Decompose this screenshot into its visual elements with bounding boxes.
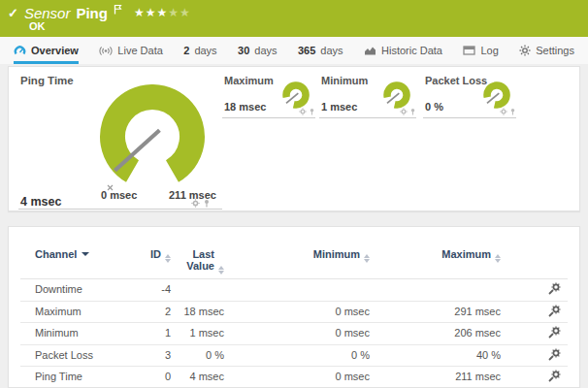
- cell-maximum: 211 msec: [370, 367, 501, 388]
- cell-last-value: 0 %: [171, 345, 224, 367]
- cell-last-value: 18 msec: [171, 302, 224, 323]
- cell-minimum: 0 msec: [224, 302, 370, 323]
- tab-log[interactable]: Log: [463, 37, 498, 64]
- gauge-gear-icon[interactable]: [299, 108, 307, 115]
- channel-table-panel: Channel ID Last Value Minimum Maximum Do…: [8, 226, 580, 388]
- column-header-last-value[interactable]: Last Value: [171, 240, 224, 278]
- mini-gauge-label: Minimum: [321, 75, 368, 86]
- tab-30-days[interactable]: 30days: [238, 37, 278, 64]
- tab-2-days[interactable]: 2days: [183, 37, 216, 64]
- cell-id: 3: [147, 345, 171, 367]
- column-header-id[interactable]: ID: [147, 240, 171, 278]
- cell-divider: [18, 209, 222, 210]
- column-header-maximum[interactable]: Maximum: [370, 240, 501, 278]
- channel-settings-icon[interactable]: [547, 370, 561, 383]
- tab-overview[interactable]: Overview: [14, 37, 79, 64]
- tab-live-data[interactable]: Live Data: [99, 37, 162, 64]
- table-row-packet-loss[interactable]: Packet Loss 3 0 % 0 % 40 %: [20, 345, 568, 368]
- cell-maximum: 40 %: [370, 345, 501, 367]
- column-header-channel[interactable]: Channel: [20, 240, 147, 278]
- channel-settings-icon[interactable]: [547, 305, 561, 318]
- cell-maximum: 206 msec: [370, 323, 501, 344]
- cell-minimum: 0 msec: [224, 367, 370, 388]
- mini-gauge-packet-loss[interactable]: Packet Loss 0 %: [423, 71, 516, 118]
- column-header-minimum[interactable]: Minimum: [224, 240, 370, 278]
- mini-gauge-value: 1 msec: [321, 101, 357, 113]
- mini-gauge-label: Packet Loss: [425, 75, 487, 86]
- cell-last-value: 1 msec: [171, 323, 224, 344]
- cell-minimum: 0 %: [224, 345, 370, 367]
- mini-gauge-minimum[interactable]: Minimum 1 msec: [319, 71, 416, 118]
- cell-channel: Maximum: [20, 302, 147, 323]
- gauges-panel: Ping Time 0 msec 211 msec 4 msec Maximum…: [8, 66, 580, 211]
- mini-gauge-dial[interactable]: [481, 81, 512, 111]
- log-icon: [463, 46, 475, 55]
- sort-desc-caret-icon: [82, 252, 89, 256]
- cell-channel: Minimum: [20, 323, 147, 344]
- mini-gauge-value: 0 %: [425, 101, 443, 113]
- priority-flag-icon[interactable]: [114, 1, 122, 18]
- mini-gauge-dial[interactable]: [381, 81, 412, 111]
- table-row-maximum[interactable]: Maximum 2 18 msec 0 msec 291 msec: [20, 302, 568, 324]
- channel-settings-icon[interactable]: [547, 326, 561, 340]
- cell-channel: Downtime: [20, 279, 147, 301]
- channel-settings-icon[interactable]: [547, 348, 561, 362]
- table-row-ping-time[interactable]: Ping Time 0 4 msec 0 msec 211 msec: [20, 367, 568, 388]
- channel-settings-icon[interactable]: [547, 282, 561, 296]
- mini-gauge-dial[interactable]: [280, 81, 311, 111]
- cell-channel: Packet Loss: [20, 345, 147, 367]
- table-header-row: Channel ID Last Value Minimum Maximum: [20, 240, 568, 279]
- table-row-downtime[interactable]: Downtime -4: [20, 279, 568, 302]
- priority-stars[interactable]: ★★★★★: [134, 6, 191, 19]
- gauge-gear-icon[interactable]: [500, 108, 507, 115]
- cell-id: 1: [147, 323, 171, 344]
- gauge-pin-icon[interactable]: [203, 199, 211, 208]
- gauge-min-label: 0 msec: [101, 189, 137, 201]
- cell-last-value: 4 msec: [171, 367, 224, 388]
- tab-bar: Overview Live Data 2days 30days 365days …: [0, 37, 588, 64]
- gauge-pin-icon[interactable]: [409, 108, 416, 115]
- cell-id: 2: [147, 302, 171, 323]
- cell-id: -4: [147, 279, 171, 301]
- sensor-status-badge: OK: [29, 20, 46, 32]
- cell-minimum: 0 msec: [224, 323, 370, 344]
- table-row-minimum[interactable]: Minimum 1 1 msec 0 msec 206 msec: [20, 323, 568, 345]
- gauge-pin-icon[interactable]: [509, 108, 516, 115]
- gauge-gear-icon[interactable]: [191, 199, 200, 208]
- gauge-gear-icon[interactable]: [400, 108, 408, 115]
- tab-settings[interactable]: Settings: [519, 37, 574, 64]
- main-gauge-label: Ping Time: [20, 75, 74, 86]
- status-ok-check-icon: ✓: [8, 6, 18, 20]
- mini-gauge-maximum[interactable]: Maximum 18 msec: [222, 71, 315, 118]
- ping-time-current-value: 4 msec: [20, 195, 61, 209]
- tab-historic-data[interactable]: Historic Data: [364, 37, 442, 64]
- tab-365-days[interactable]: 365days: [298, 37, 343, 64]
- mini-gauge-label: Maximum: [224, 75, 274, 86]
- sensor-type-label: Sensor: [24, 5, 71, 21]
- cell-channel: Ping Time: [20, 367, 147, 388]
- cell-maximum: 291 msec: [370, 302, 501, 323]
- gauge-pin-icon[interactable]: [309, 108, 315, 115]
- mini-gauge-value: 18 msec: [224, 101, 266, 113]
- cell-last-value: [171, 279, 224, 301]
- chart-icon: [364, 46, 376, 55]
- cell-id: 0: [147, 367, 171, 388]
- cell-minimum: [224, 279, 370, 301]
- sensor-name: Ping: [76, 5, 108, 21]
- gear-icon: [519, 45, 531, 56]
- gauge-icon: [14, 45, 26, 55]
- sensor-header: ✓ Sensor Ping ★★★★★ OK: [0, 0, 588, 37]
- cell-maximum: [370, 279, 501, 301]
- broadcast-icon: [99, 46, 113, 55]
